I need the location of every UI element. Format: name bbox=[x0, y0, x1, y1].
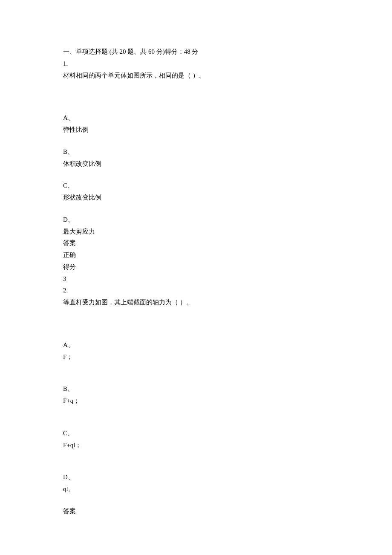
answer-label: 答案 bbox=[63, 237, 329, 249]
question-number: 2. bbox=[63, 285, 329, 297]
option-text: 最大剪应力 bbox=[63, 226, 329, 238]
option-a: A、 弹性比例 bbox=[63, 112, 329, 136]
option-label: A、 bbox=[63, 339, 329, 351]
option-b: B、 F+q； bbox=[63, 383, 329, 407]
section-header: 一、单项选择题 (共 20 题、共 60 分)得分：48 分 bbox=[63, 46, 329, 58]
answer-label-row: 答案 bbox=[63, 506, 329, 517]
option-text: 弹性比例 bbox=[63, 124, 329, 136]
option-text: 体积改变比例 bbox=[63, 158, 329, 170]
question-prompt: 材料相同的两个单元体如图所示，相同的是（ ）。 bbox=[63, 70, 329, 82]
question-prompt: 等直杆受力如图，其上端截面的轴力为（ ）。 bbox=[63, 297, 329, 309]
option-label: D、 bbox=[63, 214, 329, 226]
option-a: A、 F； bbox=[63, 339, 329, 363]
option-label: B、 bbox=[63, 383, 329, 395]
option-text: F； bbox=[63, 351, 329, 363]
option-label: C、 bbox=[63, 180, 329, 192]
question-number: 1. bbox=[63, 58, 329, 70]
option-c: C、 形状改变比例 bbox=[63, 180, 329, 204]
question-2: 2. 等直杆受力如图，其上端截面的轴力为（ ）。 A、 F； B、 F+q； C… bbox=[63, 285, 329, 517]
score-label: 得分 bbox=[63, 261, 329, 273]
option-d: D、 最大剪应力 bbox=[63, 214, 329, 238]
option-label: B、 bbox=[63, 146, 329, 158]
answer-status: 正确 bbox=[63, 249, 329, 261]
option-d: D、 ql。 bbox=[63, 471, 329, 495]
option-b: B、 体积改变比例 bbox=[63, 146, 329, 170]
section-title: 一、单项选择题 (共 20 题、共 60 分)得分：48 分 bbox=[63, 48, 199, 55]
option-text: ql。 bbox=[63, 483, 329, 495]
option-text: F+q； bbox=[63, 395, 329, 407]
answer-label: 答案 bbox=[63, 506, 329, 517]
question-1: 1. 材料相同的两个单元体如图所示，相同的是（ ）。 A、 弹性比例 B、 体积… bbox=[63, 58, 329, 285]
option-label: C、 bbox=[63, 428, 329, 439]
option-c: C、 F+ql； bbox=[63, 428, 329, 451]
option-text: 形状改变比例 bbox=[63, 192, 329, 204]
option-text: F+ql； bbox=[63, 439, 329, 451]
score-value: 3 bbox=[63, 273, 329, 285]
option-label: A、 bbox=[63, 112, 329, 124]
option-label: D、 bbox=[63, 471, 329, 483]
